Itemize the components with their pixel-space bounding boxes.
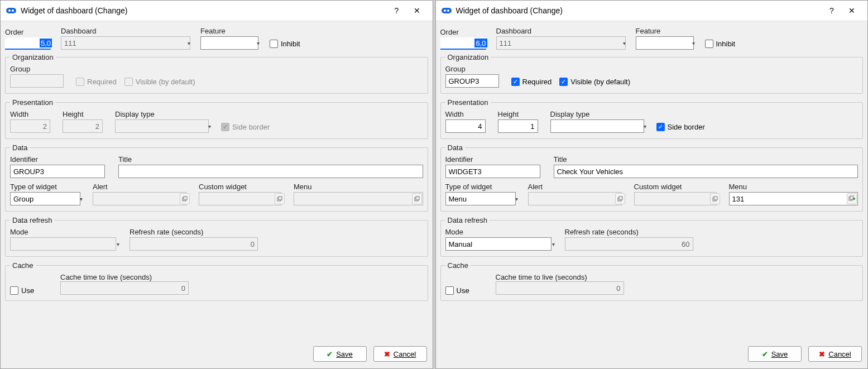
svg-point-10	[444, 9, 446, 12]
dashboard-select[interactable]	[61, 36, 190, 50]
required-checkbox[interactable]: Required	[76, 78, 117, 86]
svg-rect-13	[619, 197, 622, 200]
lookup-icon[interactable]	[275, 193, 285, 204]
order-label: Order	[5, 28, 53, 36]
group-input[interactable]	[10, 74, 64, 88]
checkbox-icon	[124, 78, 133, 86]
identifier-label: Identifier	[445, 155, 546, 164]
visible-checkbox[interactable]: ✓ Visible (by default)	[559, 78, 630, 86]
svg-rect-15	[714, 197, 717, 200]
use-checkbox[interactable]: Use	[10, 286, 52, 295]
lookup-icon[interactable]	[180, 193, 190, 204]
use-checkbox[interactable]: Use	[445, 286, 488, 295]
refresh-legend: Data refresh	[10, 216, 55, 224]
alert-label: Alert	[93, 183, 191, 191]
help-button[interactable]: ?	[822, 4, 842, 17]
display-type-label: Display type	[550, 110, 649, 118]
cache-group: Cache Cache time to live (seconds) Use	[440, 261, 864, 301]
group-input[interactable]	[445, 74, 499, 88]
display-type-label: Display type	[115, 110, 213, 118]
titlebar: Widget of dashboard (Change) ? ✕	[436, 1, 868, 21]
presentation-legend: Presentation	[445, 98, 491, 107]
checkbox-icon	[270, 40, 278, 48]
cache-group: Cache Cache time to live (seconds) Use	[5, 261, 428, 301]
svg-rect-6	[279, 197, 282, 200]
x-icon: ✖	[384, 350, 390, 358]
alert-label: Alert	[528, 183, 626, 191]
title-input[interactable]	[118, 165, 423, 178]
refresh-group: Data refresh Mode ▾ Refresh rate (second…	[440, 216, 864, 257]
cancel-button[interactable]: ✖ Cancel	[808, 346, 862, 362]
order-input[interactable]	[5, 37, 51, 50]
data-legend: Data	[445, 143, 465, 152]
group-label: Group	[445, 65, 503, 73]
menu-label: Menu	[729, 183, 859, 191]
lookup-icon[interactable]	[710, 193, 720, 204]
group-label: Group	[10, 65, 68, 73]
feature-select[interactable]	[636, 36, 694, 50]
dialog-window: Widget of dashboard (Change) ? ✕ Order 6…	[435, 0, 869, 369]
sideborder-checkbox[interactable]: ✓ Side border	[656, 123, 705, 131]
dashboard-label: Dashboard	[496, 27, 628, 35]
custom-label: Custom widget	[634, 183, 721, 191]
type-label: Type of widget	[445, 183, 520, 191]
height-label: Height	[498, 110, 543, 118]
sideborder-checkbox[interactable]: ✓ Side border	[221, 123, 270, 131]
save-button[interactable]: ✔ Save	[748, 346, 802, 362]
menu-lookup[interactable]	[729, 192, 859, 205]
svg-rect-8	[416, 197, 419, 200]
ttl-input[interactable]	[496, 281, 624, 295]
app-icon	[6, 7, 16, 15]
custom-lookup[interactable]	[634, 192, 717, 205]
mode-select[interactable]	[10, 237, 116, 251]
help-button[interactable]: ?	[387, 4, 407, 17]
inhibit-checkbox[interactable]: Inhibit	[705, 40, 736, 48]
type-select[interactable]	[10, 192, 80, 205]
mode-select[interactable]	[445, 237, 552, 251]
required-checkbox[interactable]: ✓ Required	[511, 78, 552, 86]
checkbox-icon	[10, 286, 18, 295]
identifier-label: Identifier	[10, 155, 111, 164]
refresh-group: Data refresh Mode ▾ Refresh rate (second…	[5, 216, 428, 257]
title-input[interactable]	[554, 165, 859, 178]
width-input[interactable]	[10, 119, 50, 133]
width-input[interactable]	[445, 119, 486, 133]
display-type-select[interactable]	[550, 119, 644, 133]
identifier-input[interactable]	[10, 165, 105, 178]
height-input[interactable]	[498, 119, 538, 133]
height-input[interactable]	[63, 119, 103, 133]
lookup-add-icon[interactable]	[847, 193, 857, 204]
sideborder-label: Side border	[668, 123, 705, 131]
order-input[interactable]	[440, 37, 486, 50]
alert-lookup[interactable]	[93, 192, 186, 205]
chevron-down-icon: ▾	[117, 241, 119, 247]
alert-lookup[interactable]	[528, 192, 622, 205]
title-label: Title	[554, 155, 859, 164]
type-select[interactable]	[445, 192, 516, 205]
inhibit-label: Inhibit	[716, 40, 736, 48]
lookup-icon[interactable]	[412, 193, 422, 204]
checkbox-icon	[76, 78, 84, 86]
inhibit-label: Inhibit	[281, 40, 300, 48]
custom-lookup[interactable]	[199, 192, 281, 205]
feature-select[interactable]	[200, 36, 258, 50]
menu-lookup[interactable]	[294, 192, 423, 205]
close-button[interactable]: ✕	[842, 4, 862, 17]
identifier-input[interactable]	[445, 165, 540, 178]
ttl-input[interactable]	[60, 281, 189, 295]
x-icon: ✖	[819, 350, 825, 358]
close-button[interactable]: ✕	[407, 4, 427, 17]
dialog-window: Widget of dashboard (Change) ? ✕ Order 5…	[0, 0, 433, 369]
save-button[interactable]: ✔ Save	[313, 346, 367, 362]
display-type-select[interactable]	[115, 119, 209, 133]
cancel-button[interactable]: ✖ Cancel	[373, 346, 427, 362]
window-title: Widget of dashboard (Change)	[456, 6, 822, 15]
visible-checkbox[interactable]: Visible (by default)	[124, 78, 195, 86]
inhibit-checkbox[interactable]: Inhibit	[270, 40, 300, 48]
check-icon: ✔	[762, 350, 768, 358]
rate-input[interactable]	[130, 237, 258, 251]
app-icon	[442, 7, 452, 15]
lookup-icon[interactable]	[615, 193, 625, 204]
rate-input[interactable]	[565, 237, 693, 251]
dashboard-select[interactable]	[496, 36, 626, 50]
